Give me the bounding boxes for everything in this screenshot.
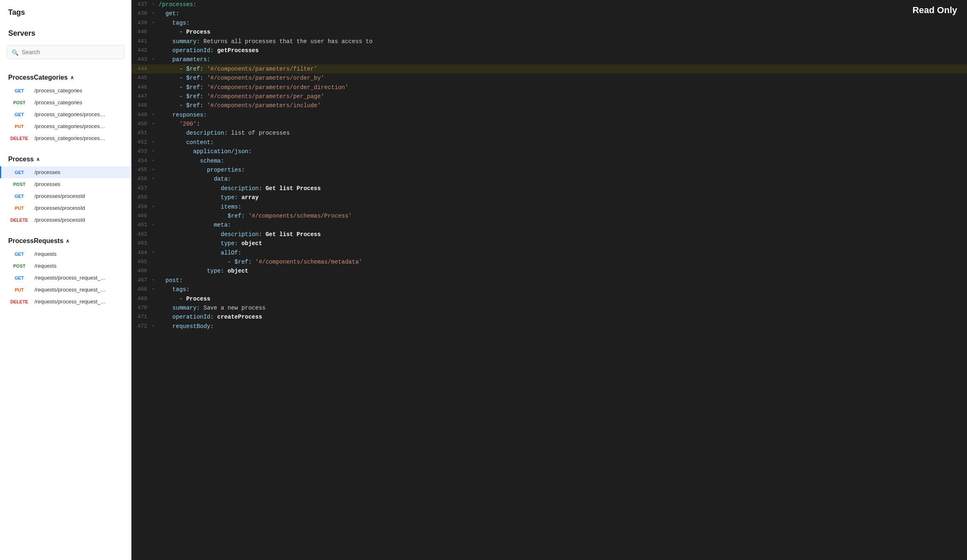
line-fold-icon[interactable]: ▾ [152,18,159,26]
line-content: summary: Returns all processes that the … [159,37,967,46]
line-fold-icon[interactable] [152,303,159,305]
line-fold-icon[interactable]: ▾ [152,55,159,63]
code-line: 440 - Process [131,28,967,37]
line-fold-icon[interactable]: ▾ [152,248,159,256]
line-number: 472 [131,322,152,331]
api-item-delete-4[interactable]: DELETE/requests/process_request_… [0,296,131,308]
line-fold-icon[interactable]: ▾ [152,220,159,228]
line-fold-icon[interactable]: ▾ [152,276,159,284]
line-fold-icon[interactable] [152,64,159,66]
line-fold-icon[interactable] [152,129,159,130]
api-item-get-2[interactable]: GET/requests/process_request_… [0,272,131,284]
api-group-title-process[interactable]: Process ∧ [0,151,131,166]
line-fold-icon[interactable]: ▾ [152,285,159,293]
code-line: 446 - $ref: '#/components/parameters/ord… [131,83,967,92]
api-path: /requests/process_request_… [35,298,106,305]
line-number: 467 [131,276,152,285]
line-fold-icon[interactable]: ▾ [152,174,159,182]
line-content: post: [159,276,967,285]
line-content: operationId: getProcesses [159,46,967,55]
code-line: 469 - Process [131,294,967,303]
code-panel[interactable]: Read Only 437 ▾ /processes: 438 ▾ get: 4… [131,0,967,560]
line-fold-icon[interactable]: ▾ [152,0,159,8]
api-item-put-3[interactable]: PUT/requests/process_request_… [0,284,131,296]
code-line: 438 ▾ get: [131,9,967,18]
line-content: /processes: [159,0,967,9]
api-item-put-3[interactable]: PUT/process_categories/proces… [0,120,131,132]
line-number: 446 [131,83,152,92]
line-content: description: Get list Process [159,184,967,193]
api-group-title-processrequests[interactable]: ProcessRequests ∧ [0,232,131,248]
api-item-post-1[interactable]: POST/requests [0,260,131,272]
group-label: Process [8,156,34,163]
line-content: tags: [159,285,967,294]
api-item-post-1[interactable]: POST/process_categories [0,96,131,108]
line-fold-icon[interactable] [152,257,159,259]
line-content: get: [159,9,967,18]
api-item-get-0[interactable]: GET/requests [0,248,131,260]
api-group-processrequests: ProcessRequests ∧GET/requestsPOST/reques… [0,229,131,311]
method-badge: DELETE [8,299,30,304]
chevron-icon: ∧ [70,75,74,80]
code-container: 437 ▾ /processes: 438 ▾ get: 439 ▾ tags:… [131,0,967,331]
line-content: meta: [159,220,967,230]
code-line: 453 ▾ application/json: [131,147,967,156]
line-content: type: array [159,193,967,202]
line-fold-icon[interactable] [152,184,159,185]
line-number: 454 [131,156,152,165]
line-fold-icon[interactable] [152,266,159,268]
line-content: responses: [159,110,967,119]
line-fold-icon[interactable]: ▾ [152,156,159,164]
search-container: 🔍 [0,42,131,66]
api-path: /processes/processId [35,193,85,199]
line-number: 444 [131,64,152,73]
line-fold-icon[interactable]: ▾ [152,322,159,330]
line-fold-icon[interactable] [152,28,159,29]
line-content: schema: [159,156,967,165]
code-line: 439 ▾ tags: [131,18,967,28]
line-fold-icon[interactable] [152,211,159,213]
line-content: $ref: '#/components/schemas/Process' [159,211,967,220]
api-item-get-2[interactable]: GET/process_categories/proces… [0,108,131,120]
api-item-get-0[interactable]: GET/processes [0,166,131,178]
line-fold-icon[interactable]: ▾ [152,110,159,118]
tags-section-title: Tags [0,0,131,21]
line-fold-icon[interactable]: ▾ [152,119,159,127]
line-fold-icon[interactable] [152,101,159,102]
line-fold-icon[interactable]: ▾ [152,165,159,173]
api-item-delete-4[interactable]: DELETE/processes/processId [0,214,131,226]
line-fold-icon[interactable] [152,230,159,231]
line-fold-icon[interactable]: ▾ [152,147,159,155]
line-fold-icon[interactable]: ▾ [152,202,159,210]
line-fold-icon[interactable] [152,193,159,194]
line-number: 442 [131,46,152,55]
line-fold-icon[interactable] [152,73,159,75]
line-number: 464 [131,248,152,257]
api-path: /processes/processId [35,205,85,211]
line-number: 440 [131,28,152,37]
line-fold-icon[interactable] [152,83,159,84]
line-fold-icon[interactable] [152,46,159,47]
api-item-get-2[interactable]: GET/processes/processId [0,190,131,202]
api-item-post-1[interactable]: POST/processes [0,178,131,190]
line-fold-icon[interactable]: ▾ [152,138,159,146]
api-item-put-3[interactable]: PUT/processes/processId [0,202,131,214]
line-content: parameters: [159,55,967,64]
line-fold-icon[interactable] [152,312,159,314]
api-path: /process_categories/proces… [35,135,105,141]
line-number: 455 [131,165,152,174]
line-fold-icon[interactable] [152,37,159,38]
line-number: 449 [131,110,152,119]
search-input[interactable] [7,45,124,59]
line-content: allOf: [159,248,967,257]
line-fold-icon[interactable] [152,239,159,240]
line-fold-icon[interactable] [152,92,159,93]
line-fold-icon[interactable]: ▾ [152,9,159,17]
code-line: 450 ▾ '200': [131,119,967,129]
api-item-delete-4[interactable]: DELETE/process_categories/proces… [0,132,131,144]
line-fold-icon[interactable] [152,294,159,296]
method-badge: POST [8,264,30,269]
group-label: ProcessRequests [8,237,63,245]
api-item-get-0[interactable]: GET/process_categories [0,85,131,96]
api-group-title-processcategories[interactable]: ProcessCategories ∧ [0,69,131,85]
